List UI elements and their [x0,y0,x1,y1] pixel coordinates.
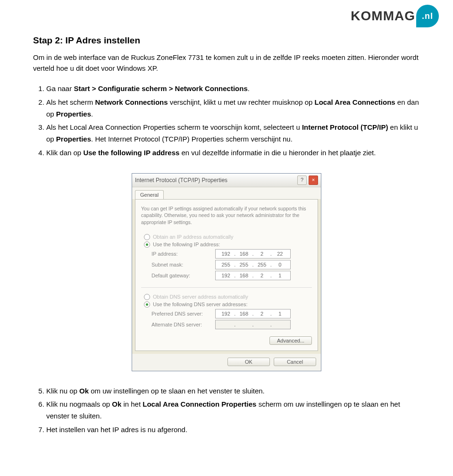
step-bold: Properties [56,110,91,118]
ip-octet: 22 [274,251,286,257]
ip-octet: 1 [274,311,286,317]
step-item: Als het scherm Network Connections versc… [46,97,420,120]
step-text: Klik dan op [46,149,83,157]
brand-badge-text: .nl [422,11,433,21]
ip-octet: 0 [274,262,286,267]
radio-obtain-ip[interactable]: Obtain an IP address automatically [144,234,312,240]
radio-icon [144,301,150,308]
field-preferred-dns: Preferred DNS server: 192. 168. 2. 1 [151,309,312,318]
subnet-mask-input[interactable]: 255. 255. 255. 0 [215,260,291,269]
step-text: en vul dezelfde informatie in die u hier… [179,149,376,157]
step-bold: Network Connections [95,98,168,106]
dialog-screenshot: Internet Protocol (TCP/IP) Properties ? … [132,173,321,371]
brand-text: KOMMAG [351,8,415,24]
step-item: Klik nu nogmaals op Ok in het Local Area… [46,399,420,422]
step-text: verschijnt, klikt u met uw rechter muisk… [168,98,315,106]
step-bold: Ok [112,400,121,408]
radio-label: Obtain an IP address automatically [153,234,233,240]
step-text: Klik nu nogmaals op [46,400,112,408]
field-label: Preferred DNS server: [151,311,215,317]
ip-octet: 192 [220,251,232,257]
tcpip-properties-dialog: Internet Protocol (TCP/IP) Properties ? … [132,173,321,371]
default-gateway-input[interactable]: 192. 168. 2. 1 [215,271,291,280]
ip-octet: 168 [238,251,250,257]
advanced-button[interactable]: Advanced... [269,336,312,345]
ip-octet: 168 [238,273,250,278]
ip-octet: 2 [256,311,268,317]
ip-octet: 255 [220,262,232,267]
steps-list-top: Ga naar Start > Configuratie scherm > Ne… [33,83,420,159]
steps-list-bottom: Klik nu op Ok om uw instellingen op te s… [33,385,420,436]
step-text: Als het scherm [46,98,95,106]
alternate-dns-input[interactable]: . . . [215,320,291,329]
radio-icon [144,242,150,248]
field-label: Default gateway: [151,273,215,278]
step-text: Als het Local Area Connection Properties… [46,123,302,131]
field-ip-address: IP address: 192. 168. 2. 22 [151,249,312,259]
step-bold: Local Area Connections [315,98,395,106]
ip-octet: 255 [256,262,268,267]
close-button[interactable]: × [309,175,318,185]
field-subnet-mask: Subnet mask: 255. 255. 255. 0 [151,260,312,269]
field-label: IP address: [151,251,215,257]
radio-label: Use the following DNS server addresses: [153,301,248,307]
section-title: Stap 2: IP Adres instellen [33,35,420,46]
brand-badge: .nl [416,5,439,27]
ip-octet: 2 [256,251,268,257]
step-bold: Ok [79,387,89,395]
ip-address-input[interactable]: 192. 168. 2. 22 [215,249,291,259]
ip-octet: 1 [274,273,286,278]
step-item: Als het Local Area Connection Properties… [46,122,420,145]
radio-icon [144,234,150,240]
dialog-description: You can get IP settings assigned automat… [141,205,312,226]
radio-use-dns[interactable]: Use the following DNS server addresses: [144,301,312,308]
help-button[interactable]: ? [297,175,307,185]
ip-octet: 2 [256,273,268,278]
step-item: Klik nu op Ok om uw instellingen op te s… [46,385,420,397]
ip-octet: 255 [238,262,250,267]
field-default-gateway: Default gateway: 192. 168. 2. 1 [151,271,312,280]
step-text: Het instellen van het IP adres is nu afg… [46,426,187,434]
step-bold: Properties [56,135,91,143]
tab-general[interactable]: General [135,190,164,199]
step-text: om uw instellingen op te slaan en het ve… [89,387,265,395]
step-bold: Internet Protocol (TCP/IP) [302,123,388,131]
step-item: Ga naar Start > Configuratie scherm > Ne… [46,83,420,95]
dialog-titlebar: Internet Protocol (TCP/IP) Properties ? … [132,174,321,187]
ip-octet: 168 [238,311,250,317]
radio-icon [144,294,150,300]
brand-logo: KOMMAG .nl [351,5,439,27]
step-text: in het [121,400,143,408]
intro-paragraph: Om in de web interface van de Ruckus Zon… [33,52,420,74]
dialog-title: Internet Protocol (TCP/IP) Properties [135,177,227,184]
step-bold: Start > Configuratie scherm > Network Co… [74,84,247,92]
step-item: Het instellen van het IP adres is nu afg… [46,424,420,436]
step-text: Klik nu op [46,387,79,395]
field-alternate-dns: Alternate DNS server: . . . [151,320,312,329]
step-bold: Use the following IP address [83,149,179,157]
preferred-dns-input[interactable]: 192. 168. 2. 1 [215,309,291,318]
field-label: Alternate DNS server: [151,322,215,327]
step-text: . [91,110,93,118]
step-text: . [248,84,250,92]
step-bold: Local Area Connection Properties [143,400,256,408]
radio-obtain-dns[interactable]: Obtain DNS server address automatically [144,294,312,300]
step-text: . Het Internet Protocol (TCP/IP) Propert… [91,135,293,143]
ok-button[interactable]: OK [227,358,270,366]
ip-octet: 192 [220,311,232,317]
radio-label: Use the following IP address: [153,242,220,247]
cancel-button[interactable]: Cancel [274,358,316,366]
radio-use-ip[interactable]: Use the following IP address: [144,242,312,248]
step-text: Ga naar [46,84,74,92]
ip-octet: 192 [220,273,232,278]
field-label: Subnet mask: [151,262,215,267]
step-item: Klik dan op Use the following IP address… [46,147,420,159]
radio-label: Obtain DNS server address automatically [153,294,248,300]
